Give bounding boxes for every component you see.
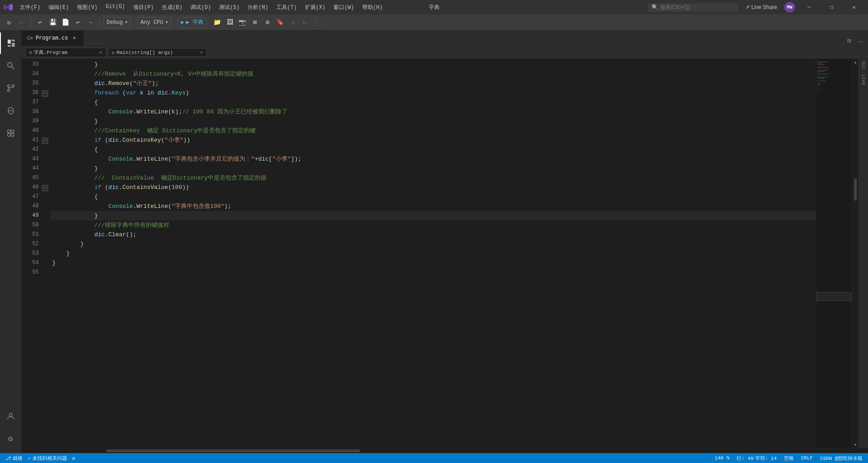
toolbar-refresh-btn[interactable]: ↻ xyxy=(4,17,14,28)
scroll-up-btn[interactable]: ▲ xyxy=(852,59,859,65)
toolbar-redo-btn[interactable]: ↪ xyxy=(85,17,96,28)
menu-project[interactable]: 项目(P) xyxy=(130,2,157,13)
editor-area: C# Program.cs × ⊟ … ⊡ 字典.Program ▾ ▷ Mai… xyxy=(22,31,868,453)
menu-git[interactable]: Git(G) xyxy=(102,2,129,13)
activity-git[interactable] xyxy=(0,77,22,99)
line-number-44: 44 xyxy=(22,164,40,173)
gutter-33 xyxy=(40,60,49,69)
code-line-44: } xyxy=(50,164,816,173)
status-spaces[interactable]: 空格 xyxy=(782,455,796,462)
h-scroll-thumb[interactable] xyxy=(106,450,360,452)
toolbar-open-btn[interactable]: 📁 xyxy=(212,17,223,28)
gutter-50 xyxy=(40,220,49,230)
live-share-label: Live Share xyxy=(751,4,777,10)
code-line-42: { xyxy=(50,145,816,154)
gutter-36: − xyxy=(40,88,49,98)
more-tabs-btn[interactable]: … xyxy=(855,35,866,46)
toolbar-nav3-btn[interactable]: ⬛ xyxy=(313,17,324,28)
git-changes-icon[interactable]: Git xyxy=(859,61,868,70)
activity-explorer[interactable] xyxy=(0,32,22,54)
code-content[interactable]: } ///Remove 从Dictionary<K, V>中移除具有指定键的值 … xyxy=(49,59,816,448)
toolbar-back-btn[interactable]: ← xyxy=(16,17,27,28)
menu-build[interactable]: 生成(B) xyxy=(158,2,186,13)
status-branch[interactable]: ⎇ 就绪 xyxy=(4,455,24,462)
menu-view[interactable]: 视图(V) xyxy=(73,2,101,13)
toolbar-nav2-btn[interactable]: ▷ xyxy=(300,17,311,28)
horizontal-scrollbar[interactable] xyxy=(22,448,868,453)
menu-window[interactable]: 窗口(W) xyxy=(330,2,358,13)
tab-close-btn[interactable]: × xyxy=(71,35,78,42)
toolbar-settings-btn[interactable]: ⚙ xyxy=(262,17,273,28)
toolbar-sep-1 xyxy=(31,18,31,27)
scroll-thumb[interactable] xyxy=(854,178,857,201)
git-branch-icon: ⎇ xyxy=(5,455,11,461)
start-button[interactable]: ▶ ▶ 字典 xyxy=(178,17,207,28)
status-errors[interactable]: ⇄ xyxy=(71,455,77,461)
minimap-line-52 xyxy=(817,86,818,87)
minimap-line-47 xyxy=(817,79,818,80)
tab-filename: Program.cs xyxy=(36,35,68,41)
minimap-line-41 xyxy=(817,71,824,72)
live-share-button[interactable]: ↗ Live Share xyxy=(742,2,781,12)
activity-extensions[interactable] xyxy=(0,122,22,144)
toolbar-save2-btn[interactable]: 📄 xyxy=(60,17,71,28)
debug-config-chevron: ▾ xyxy=(125,19,128,26)
activity-debug[interactable] xyxy=(0,100,22,121)
activity-settings[interactable]: ⚙ xyxy=(0,428,22,450)
close-button[interactable]: ✕ xyxy=(844,0,864,14)
toolbar-nav1-btn[interactable]: ◁ xyxy=(288,17,298,28)
menu-extensions[interactable]: 扩展(X) xyxy=(301,2,329,13)
status-issues[interactable]: ✓ 未找到相关问题 xyxy=(26,455,69,462)
live-share-side-icon[interactable]: Live xyxy=(859,75,868,84)
menu-analyze[interactable]: 分析(N) xyxy=(244,2,272,13)
scroll-down-btn[interactable]: ▼ xyxy=(852,441,859,448)
menu-file[interactable]: 文件(F) xyxy=(16,2,44,13)
toolbar-bookmark-btn[interactable]: 🔖 xyxy=(275,17,286,28)
vertical-scrollbar[interactable]: ▲ ▼ xyxy=(852,59,858,448)
window-title: 字典 xyxy=(429,4,440,11)
code-line-45: /// ContainValue 确定Dictionary中是否包含了指定的值 xyxy=(50,173,816,183)
activity-account[interactable] xyxy=(0,405,22,427)
menu-edit[interactable]: 编辑(E) xyxy=(45,2,73,13)
fold-btn-36[interactable]: − xyxy=(42,90,48,97)
search-bar[interactable]: 🔍 xyxy=(648,3,738,12)
fold-btn-41[interactable]: − xyxy=(42,138,48,144)
gutter-35 xyxy=(40,79,49,88)
menu-debug[interactable]: 调试(D) xyxy=(187,2,215,13)
tab-program-cs[interactable]: C# Program.cs × xyxy=(22,31,84,46)
code-line-33: } xyxy=(50,60,816,69)
status-row-col[interactable]: 行: 49 字符: 14 xyxy=(735,455,778,462)
fold-btn-46[interactable]: − xyxy=(42,185,48,191)
platform-chevron: ▾ xyxy=(165,19,168,26)
toolbar-camera-btn[interactable]: 📷 xyxy=(237,17,248,28)
status-branch-name[interactable]: CSDN @想吃掉水狐 xyxy=(818,455,864,462)
minimize-button[interactable]: — xyxy=(799,0,819,14)
minimap-line-48 xyxy=(817,81,826,81)
toolbar-save-btn[interactable]: 💾 xyxy=(47,17,58,28)
menu-tools[interactable]: 工具(T) xyxy=(273,2,301,13)
line-number-39: 39 xyxy=(22,117,40,126)
code-line-39: } xyxy=(50,117,816,126)
platform-dropdown[interactable]: Any CPU ▾ xyxy=(137,17,171,28)
maximize-button[interactable]: ❐ xyxy=(821,0,842,14)
toolbar-grid-btn[interactable]: ⊞ xyxy=(250,17,261,28)
svg-rect-15 xyxy=(8,130,10,133)
method-dropdown[interactable]: ▷ Main(string[] args) ▾ xyxy=(108,48,207,57)
menu-test[interactable]: 测试(S) xyxy=(216,2,243,13)
search-input[interactable] xyxy=(660,4,723,10)
status-encoding[interactable]: CRLF xyxy=(799,455,814,461)
toolbar-undo-btn[interactable]: ↩ xyxy=(72,17,83,28)
activity-search[interactable] xyxy=(0,55,22,76)
debug-config-dropdown[interactable]: Debug ▾ xyxy=(103,17,131,28)
class-dropdown[interactable]: ⊡ 字典.Program ▾ xyxy=(25,48,106,57)
toolbar-screenshot-btn[interactable]: 🖼 xyxy=(225,17,235,28)
status-issues-label: 未找到相关问题 xyxy=(32,455,67,462)
toolbar-undo-group[interactable]: ↩ xyxy=(35,17,45,28)
menu-help[interactable]: 帮助(H) xyxy=(359,2,387,13)
split-editor-btn[interactable]: ⊟ xyxy=(844,35,855,46)
status-zoom[interactable]: 146 % xyxy=(713,455,731,461)
scroll-track[interactable] xyxy=(852,65,858,441)
avatar[interactable]: MW xyxy=(784,2,795,13)
window-controls: — ❐ ✕ xyxy=(799,0,864,14)
gutter-42 xyxy=(40,145,49,154)
